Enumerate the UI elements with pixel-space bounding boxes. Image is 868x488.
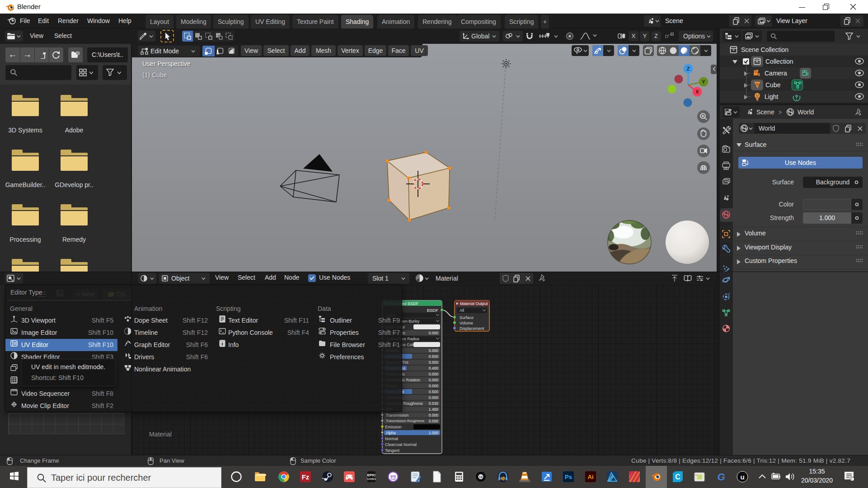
svg-text:G: G — [717, 471, 725, 483]
svg-text:13: 13 — [479, 475, 483, 479]
svg-text:X: X — [695, 89, 699, 94]
svg-text:Y: Y — [702, 79, 705, 84]
svg-text:15:35: 15:35 — [809, 468, 825, 475]
svg-text:GAMES: GAMES — [367, 478, 376, 480]
svg-text:Ai: Ai — [588, 474, 594, 480]
svg-text:u: u — [740, 473, 744, 481]
svg-text:com: com — [390, 478, 395, 480]
svg-text:Fz: Fz — [302, 473, 310, 481]
svg-text:20/03/2020: 20/03/2020 — [801, 477, 833, 484]
svg-text:C: C — [675, 473, 680, 481]
svg-text:Ps: Ps — [565, 474, 572, 480]
svg-text:EPIC: EPIC — [367, 473, 376, 477]
svg-text:Z: Z — [687, 66, 690, 71]
